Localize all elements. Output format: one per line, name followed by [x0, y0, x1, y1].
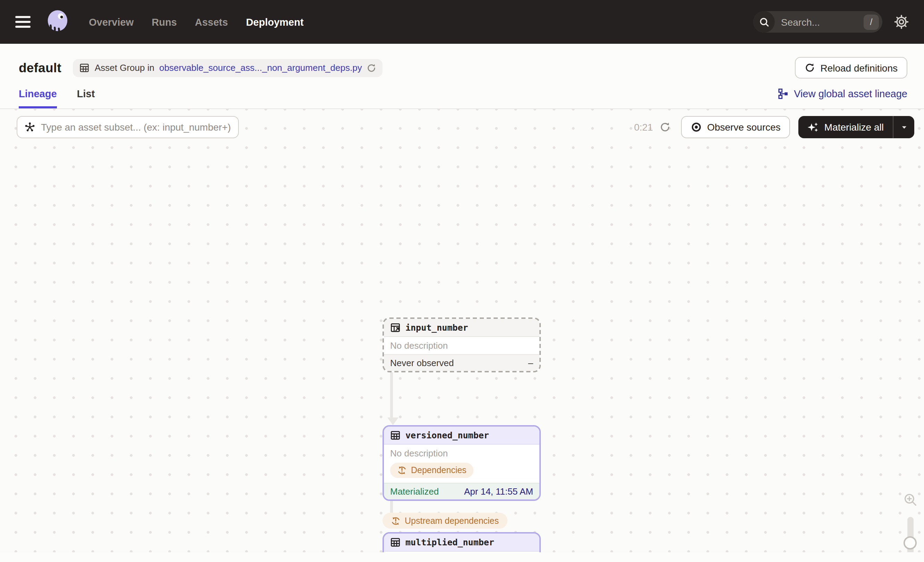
- page-title: default: [19, 60, 62, 75]
- refresh-timer: 0:21: [634, 122, 670, 133]
- eye-icon: [690, 122, 702, 133]
- materialize-all-split-button: Materialize all: [799, 116, 914, 138]
- caret-down-icon: [900, 123, 908, 131]
- nav-link-overview[interactable]: Overview: [89, 17, 134, 27]
- nav-link-deployment[interactable]: Deployment: [246, 17, 304, 27]
- edge-input-to-versioned: [390, 368, 393, 418]
- asset-node-input-number[interactable]: input_number No description Never observ…: [382, 317, 541, 372]
- changed-dependencies-icon: [397, 466, 407, 475]
- view-global-asset-lineage-link[interactable]: View global asset lineage: [777, 88, 908, 108]
- upstream-dependencies-badge[interactable]: Upstream dependencies: [382, 513, 507, 529]
- dagster-app: Overview Runs Assets Deployment /: [0, 0, 924, 562]
- tab-lineage[interactable]: Lineage: [19, 88, 57, 108]
- asset-subset-filter[interactable]: [16, 116, 239, 138]
- asset-name: input_number: [405, 322, 468, 333]
- asset-group-badge-prefix: Asset Group in: [95, 63, 154, 73]
- changed-dependencies-tag[interactable]: Dependencies: [390, 463, 474, 478]
- page-header: default Asset Group in observable_source…: [0, 44, 924, 108]
- graph-toolbar: 0:21 Observe sources: [16, 116, 914, 138]
- refresh-countdown: 0:21: [634, 122, 653, 133]
- asset-name: versioned_number: [405, 430, 489, 440]
- edge-arrowhead: [387, 418, 399, 425]
- lineage-canvas[interactable]: 0:21 Observe sources: [0, 108, 924, 552]
- global-search[interactable]: /: [753, 11, 882, 33]
- table-icon: [390, 537, 400, 547]
- zoom-controls: [901, 493, 919, 552]
- asset-description: No description: [384, 551, 539, 552]
- asset-status-label: Never observed: [390, 358, 454, 368]
- asset-description: No description: [384, 445, 539, 462]
- search-input[interactable]: [775, 17, 864, 27]
- changed-dependencies-icon: [391, 516, 400, 526]
- table-icon: [390, 430, 400, 440]
- asset-status-label: Materialized: [390, 486, 439, 497]
- top-nav-bar: Overview Runs Assets Deployment /: [0, 0, 924, 44]
- asset-status-value: –: [528, 358, 533, 368]
- asset-status-timestamp[interactable]: Apr 14, 11:55 AM: [464, 486, 533, 497]
- primary-nav-links: Overview Runs Assets Deployment: [89, 17, 304, 27]
- nav-link-assets[interactable]: Assets: [195, 17, 228, 27]
- asset-subset-input[interactable]: [41, 122, 238, 133]
- observable-table-icon: [390, 322, 400, 333]
- asset-group-file-link[interactable]: observable_source_ass..._non_argument_de…: [159, 63, 362, 73]
- reload-icon: [804, 63, 814, 73]
- asset-description: No description: [384, 337, 539, 354]
- nav-link-runs[interactable]: Runs: [152, 17, 177, 27]
- asset-node-versioned-number[interactable]: versioned_number No description: [382, 425, 541, 501]
- asset-node-multiplied-number[interactable]: multiplied_number No description Materia…: [382, 532, 541, 552]
- dagster-logo[interactable]: [43, 7, 71, 36]
- hamburger-menu-icon[interactable]: [15, 16, 30, 28]
- gear-icon[interactable]: [894, 15, 909, 29]
- tab-bar: Lineage List View global asset lineage: [0, 88, 924, 108]
- slash-shortcut-key: /: [864, 14, 879, 30]
- sparkle-icon: [808, 122, 819, 133]
- refresh-icon[interactable]: [367, 63, 376, 72]
- zoom-slider-handle[interactable]: [903, 536, 917, 550]
- refresh-icon[interactable]: [659, 122, 670, 133]
- reload-definitions-button[interactable]: Reload definitions: [795, 57, 908, 78]
- zoom-slider[interactable]: [907, 517, 913, 552]
- materialize-all-button[interactable]: Materialize all: [799, 116, 893, 138]
- asset-group-badge: Asset Group in observable_source_ass..._…: [73, 59, 383, 77]
- asset-group-icon: [80, 63, 90, 73]
- asset-filter-icon: [24, 122, 35, 133]
- zoom-in-icon[interactable]: [903, 493, 917, 507]
- search-icon: [753, 11, 775, 33]
- lineage-graph-icon: [777, 88, 788, 99]
- observe-sources-button[interactable]: Observe sources: [681, 116, 790, 138]
- asset-name: multiplied_number: [405, 537, 494, 547]
- tab-list[interactable]: List: [77, 88, 95, 108]
- materialize-options-dropdown[interactable]: [894, 116, 914, 138]
